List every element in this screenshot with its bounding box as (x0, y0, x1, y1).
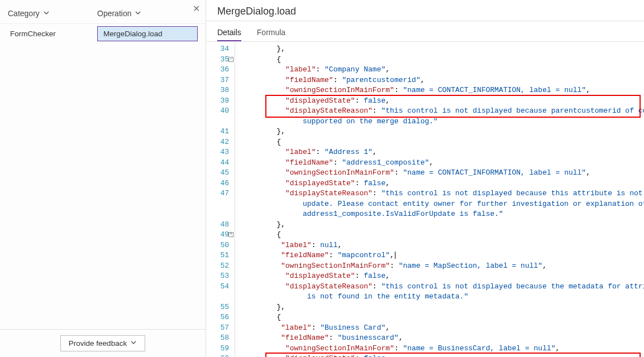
gutter-line: 42 (206, 137, 229, 148)
operation-header-label: Operation (97, 9, 131, 18)
feedback-label: Provide feedback (69, 339, 127, 348)
code-line: is not found in the entity metadata." (237, 292, 644, 302)
gutter-line: 58 (206, 333, 229, 344)
code-line: "fieldName": "businesscard", (237, 333, 644, 344)
gutter-line: 55 (206, 302, 229, 313)
gutter-line: 48 (206, 220, 229, 230)
code-line: "owningSectionInMainForm": "name = Busin… (237, 344, 644, 354)
code-line: "label": "Company Name", (237, 65, 644, 75)
category-header[interactable]: Category (8, 9, 97, 18)
fold-plus-icon[interactable]: + (228, 232, 233, 237)
gutter-line: 52 (206, 261, 229, 272)
gutter-line: 57 (206, 323, 229, 334)
gutter-line: 59 (206, 344, 229, 354)
code-line: "fieldName": "address1_composite", (237, 158, 644, 168)
code-line: }, (237, 220, 644, 230)
gutter-line: 56 (206, 312, 229, 323)
tab-formula[interactable]: Formula (257, 25, 285, 41)
left-spacer (0, 44, 206, 329)
fold-minus-icon[interactable]: − (228, 57, 233, 62)
left-column-headers: Category Operation (0, 0, 206, 24)
code-line: { (237, 137, 644, 148)
close-icon[interactable]: ✕ (193, 3, 200, 14)
tabs: Details Formula (206, 21, 644, 42)
code-line: "fieldName": "mapcontrol", (237, 250, 644, 261)
page-title: MergeDialog.load (206, 0, 644, 21)
gutter-line (206, 199, 229, 210)
chevron-down-icon (43, 9, 50, 18)
gutter-line: 37 (206, 75, 229, 86)
gutter-line (206, 117, 229, 127)
code-line: "fieldName": "parentcustomerid", (237, 75, 644, 86)
code-line: "displayedState": false, (237, 178, 644, 189)
code-line: "label": "Business Card", (237, 323, 644, 334)
code-line: "label": "Address 1", (237, 147, 644, 158)
gutter-line: 50 (206, 240, 229, 251)
gutter-line: 53 (206, 271, 229, 282)
gutter-line: 36 (206, 65, 229, 75)
code-line: "owningSectionInMainForm": "name = CONTA… (237, 85, 644, 96)
code-viewer: 3435−3637383940 41424344454647 4849+5051… (206, 42, 644, 357)
line-gutter: 3435−3637383940 41424344454647 4849+5051… (206, 42, 235, 357)
category-header-label: Category (8, 9, 40, 18)
code-line: "owningSectionInMainForm": "name = MapSe… (237, 261, 644, 272)
code-line: }, (237, 302, 644, 313)
code-line: { (237, 55, 644, 65)
code-line: "displayStateReason": "this control is n… (237, 282, 644, 292)
gutter-line: 43 (206, 147, 229, 158)
gutter-line (206, 292, 229, 302)
gutter-line: 39 (206, 96, 229, 107)
gutter-line: 44 (206, 158, 229, 168)
code-line: { (237, 230, 644, 240)
tab-details[interactable]: Details (217, 25, 241, 41)
code-line: }, (237, 127, 644, 137)
gutter-line: 46 (206, 178, 229, 189)
code-line: "displayedState": false, (237, 271, 644, 282)
code-line: "label": null, (237, 240, 644, 251)
left-panel: ✕ Category Operation FormChecker MergeDi… (0, 0, 206, 357)
code-line: "displayStateReason": "this control is n… (237, 106, 644, 117)
code-line: address1_composite.IsValidForUpdate is f… (237, 209, 644, 220)
provide-feedback-button[interactable]: Provide feedback (60, 335, 145, 351)
code-line: "displayStateReason": "this control is n… (237, 189, 644, 199)
code-line: "displayedState": false, (237, 96, 644, 107)
operation-header[interactable]: Operation (97, 9, 198, 18)
code-line: supported on the merge dialog." (237, 117, 644, 127)
category-value[interactable]: FormChecker (8, 26, 97, 41)
gutter-line: 51 (206, 250, 229, 261)
app-root: ✕ Category Operation FormChecker MergeDi… (0, 0, 644, 357)
gutter-line: 45 (206, 168, 229, 178)
gutter-line (206, 209, 229, 220)
gutter-line: 49+ (206, 230, 229, 240)
gutter-line: 47 (206, 189, 229, 199)
left-row: FormChecker MergeDialog.load (0, 24, 206, 44)
feedback-bar: Provide feedback (0, 329, 206, 357)
text-cursor (395, 252, 395, 259)
gutter-line: 35− (206, 55, 229, 65)
code-area[interactable]: }, { "label": "Company Name", "fieldName… (235, 42, 644, 357)
code-line: }, (237, 44, 644, 55)
code-line: "displayedState": false, (237, 354, 644, 357)
gutter-line: 54 (206, 282, 229, 292)
gutter-line: 60 (206, 354, 229, 357)
code-line: update. Please contact entity owner for … (237, 199, 644, 210)
gutter-line: 34 (206, 44, 229, 55)
chevron-down-icon (135, 9, 141, 18)
operation-value-selected[interactable]: MergeDialog.load (97, 26, 198, 41)
gutter-line: 41 (206, 127, 229, 137)
chevron-down-icon (130, 339, 137, 348)
gutter-line: 40 (206, 106, 229, 117)
code-line: "owningSectionInMainForm": "name = CONTA… (237, 168, 644, 178)
gutter-line: 38 (206, 85, 229, 96)
code-line: { (237, 312, 644, 323)
right-panel: MergeDialog.load Details Formula 3435−36… (206, 0, 644, 357)
